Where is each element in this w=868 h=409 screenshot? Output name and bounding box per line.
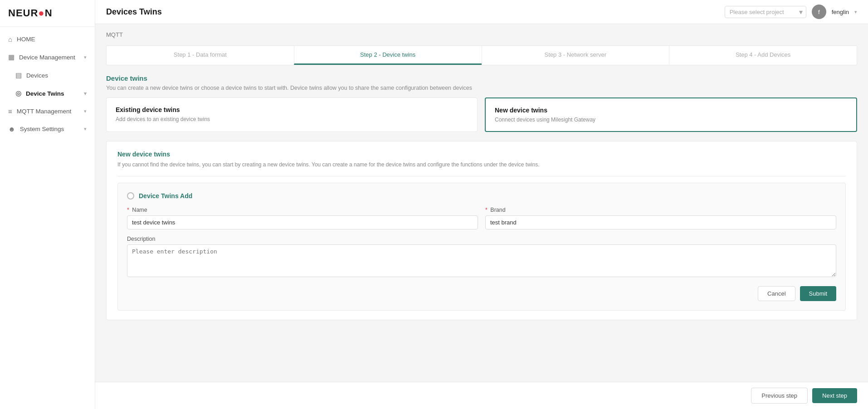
breadcrumb: MQTT xyxy=(106,31,857,38)
content-area: MQTT Step 1 - Data format Step 2 - Devic… xyxy=(95,24,868,382)
sidebar-item-system-settings[interactable]: ☻ System Settings ▾ xyxy=(0,120,95,138)
project-select-wrap[interactable]: Please select project xyxy=(725,6,806,18)
description-label: Description xyxy=(127,236,836,242)
step-2[interactable]: Step 2 - Device twins xyxy=(294,46,482,65)
brand-input[interactable] xyxy=(485,215,836,229)
sidebar: NEUR●N ⌂ HOME ▦ Device Management ▾ ▤ De… xyxy=(0,0,95,409)
sidebar-item-system-settings-label: System Settings xyxy=(20,126,79,132)
brand-label: * Brand xyxy=(485,207,836,213)
brand-group: * Brand xyxy=(485,207,836,229)
new-device-desc: If you cannot find the device twins, you… xyxy=(117,161,846,168)
chevron-down-icon-settings: ▾ xyxy=(84,126,87,132)
topbar-right: Please select project f fenglin ▾ xyxy=(725,5,857,19)
sidebar-item-devices-label: Devices xyxy=(26,72,87,79)
name-label: * Name xyxy=(127,207,478,213)
home-icon: ⌂ xyxy=(8,35,12,43)
sidebar-item-devices[interactable]: ▤ Devices xyxy=(0,66,95,84)
sidebar-item-home-label: HOME xyxy=(17,36,87,43)
system-settings-icon: ☻ xyxy=(8,125,15,133)
bottom-bar: Previous step Next step xyxy=(95,382,868,409)
existing-card-title: Existing device twins xyxy=(116,106,468,113)
chevron-down-icon-twins: ▾ xyxy=(84,91,87,97)
sidebar-item-device-management-label: Device Management xyxy=(19,54,79,61)
new-device-title: New device twins xyxy=(117,151,846,158)
devices-icon: ▤ xyxy=(15,71,22,79)
form-section: Device Twins Add * Name * xyxy=(117,183,846,311)
name-group: * Name xyxy=(127,207,478,229)
existing-card-subtitle: Add devices to an existing device twins xyxy=(116,116,468,122)
page-title: Devices Twins xyxy=(106,7,162,17)
sidebar-item-device-twins-label: Device Twins xyxy=(26,90,79,97)
chevron-down-icon: ▾ xyxy=(84,54,87,60)
form-section-header: Device Twins Add xyxy=(127,192,836,200)
name-required-star: * xyxy=(127,207,129,213)
device-twins-description: You can create a new device twins or cho… xyxy=(106,85,857,91)
step-4[interactable]: Step 4 - Add Devices xyxy=(669,46,857,65)
sidebar-item-mqtt-management[interactable]: ≡ MQTT Management ▾ xyxy=(0,102,95,120)
existing-device-twins-card[interactable]: Existing device twins Add devices to an … xyxy=(106,97,478,132)
description-textarea[interactable] xyxy=(127,244,836,277)
main-content: Devices Twins Please select project f fe… xyxy=(95,0,868,409)
previous-step-button[interactable]: Previous step xyxy=(751,388,808,404)
name-input[interactable] xyxy=(127,215,478,229)
new-device-section: New device twins If you cannot find the … xyxy=(106,141,857,320)
new-device-twins-card[interactable]: New device twins Connect devices using M… xyxy=(485,97,857,132)
form-actions: Cancel Submit xyxy=(127,286,836,301)
avatar: f xyxy=(812,5,826,19)
radio-button[interactable] xyxy=(127,192,134,200)
next-step-button[interactable]: Next step xyxy=(812,388,857,403)
project-select[interactable]: Please select project xyxy=(725,6,806,18)
cards-row: Existing device twins Add devices to an … xyxy=(106,97,857,132)
step-1[interactable]: Step 1 - Data format xyxy=(107,46,294,65)
topbar: Devices Twins Please select project f fe… xyxy=(95,0,868,24)
description-group: Description xyxy=(127,236,836,277)
submit-button[interactable]: Submit xyxy=(800,286,836,301)
form-section-title: Device Twins Add xyxy=(139,192,192,200)
device-management-icon: ▦ xyxy=(8,53,15,61)
logo-dot: ● xyxy=(38,7,44,19)
new-card-title: New device twins xyxy=(495,107,847,114)
device-twins-icon: ◎ xyxy=(15,89,21,97)
logo: NEUR●N xyxy=(0,0,95,27)
new-card-subtitle: Connect devices using Milesight Gateway xyxy=(495,117,847,123)
brand-required-star: * xyxy=(485,207,488,213)
steps-bar: Step 1 - Data format Step 2 - Device twi… xyxy=(106,45,857,65)
sidebar-item-mqtt-label: MQTT Management xyxy=(17,108,79,115)
device-twins-title: Device twins xyxy=(106,74,857,82)
cancel-button[interactable]: Cancel xyxy=(758,286,795,301)
chevron-down-icon-mqtt: ▾ xyxy=(84,108,87,114)
mqtt-icon: ≡ xyxy=(8,107,12,115)
divider xyxy=(117,176,846,176)
logo-text: NEUR●N xyxy=(8,7,53,19)
content-inner: MQTT Step 1 - Data format Step 2 - Devic… xyxy=(95,24,868,335)
form-row-name-brand: * Name * Brand xyxy=(127,207,836,229)
sidebar-navigation: ⌂ HOME ▦ Device Management ▾ ▤ Devices ◎… xyxy=(0,27,95,409)
user-name: fenglin xyxy=(832,9,849,15)
step-3[interactable]: Step 3 - Network server xyxy=(482,46,669,65)
sidebar-item-device-twins[interactable]: ◎ Device Twins ▾ xyxy=(0,84,95,102)
user-chevron-icon: ▾ xyxy=(854,9,857,15)
sidebar-item-home[interactable]: ⌂ HOME xyxy=(0,30,95,48)
sidebar-item-device-management[interactable]: ▦ Device Management ▾ xyxy=(0,48,95,66)
